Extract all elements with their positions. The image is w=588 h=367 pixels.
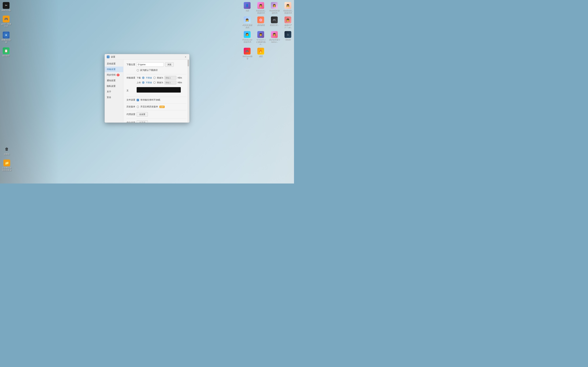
dialog-main-content: 下载位置 浏览 设为默认下载路径 传输速度 <box>123 60 189 123</box>
upload-limit-radio[interactable] <box>153 81 156 84</box>
sidebar-startup-label: 启动设置 <box>107 62 116 65</box>
icon-jinqu[interactable]: 🔥 禁区 <box>255 47 267 60</box>
icon-game-shortcut[interactable]: 🎮 game - 快捷方式 <box>0 15 12 28</box>
icon-koikatsu-label: KoikatsuS... 快捷方式 <box>255 9 266 14</box>
icon-recycle-label: 回收站 <box>4 153 10 155</box>
sidebar-about-label: 关于 <box>107 90 111 93</box>
upload-speed-input[interactable] <box>164 81 176 84</box>
icon-friends-label: Friends.exe 快捷方式 <box>242 38 253 43</box>
optimize-label: 优化速率 <box>127 121 135 123</box>
icon-aijianv[interactable]: 👧 AI少女·快捷方式 <box>241 16 253 29</box>
download-speed-input[interactable] <box>164 76 176 80</box>
dialog-app-icon: ⚙ <box>107 55 110 58</box>
sidebar-security[interactable]: 安全 <box>105 95 123 100</box>
upload-limit-label: 限速为 <box>157 81 163 84</box>
icon-aijianv-label: AI少女·快捷方式 <box>242 24 253 28</box>
file-settings-label: 文件设置 <box>127 99 135 101</box>
icon-capcut[interactable]: ✂ 剪映专业版 <box>0 1 12 12</box>
settings-dialog-overlay: ⚙ 设置 × 启动设置 传输设置 同步空间 <box>105 54 189 123</box>
icon-valkyrie[interactable]: 👧 ヴァルキィと悪魔の熱.e... <box>255 30 267 46</box>
icon-folder-bottom-label: 尘自禁区自动启动器.jp <box>1 167 12 171</box>
download-limit-label: 限速为 <box>157 76 163 79</box>
icon-jinqu-label: 禁区 <box>259 55 263 57</box>
icon-steam[interactable]: ♨ Steam <box>282 30 294 46</box>
desktop-icons-right: 👤 hs2 👧 KoikatsuS... 快捷方式 👩 RoomGirl 快捷方… <box>240 0 294 62</box>
masked-input-row: 文 <box>127 86 186 95</box>
sidebar-security-label: 安全 <box>107 96 111 99</box>
icon-steam-label: Steam <box>285 38 290 41</box>
download-unlimited-label: 不限速 <box>146 76 152 79</box>
download-unlimited-radio[interactable] <box>142 77 145 79</box>
icon-wegame-label: WeGame助手 <box>242 55 253 59</box>
sidebar-about[interactable]: 关于 <box>105 89 123 95</box>
icon-roomgirl-label: RoomGirl 快捷方式 <box>269 9 280 14</box>
default-path-row: 设为默认下载路径 <box>127 69 186 72</box>
icon-himitsu-label: 秘密のアト！.ex... <box>282 24 293 28</box>
icon-neeandji[interactable]: 👧 NeeAndJi... 快捷方式 <box>282 1 294 14</box>
icon-meishaonv[interactable]: 👧 美少女万量 crack.e... <box>268 30 280 46</box>
dialog-title-left: ⚙ 设置 <box>107 55 115 58</box>
icon-hs2-label: hs2 <box>246 9 249 12</box>
icon-roomgirl[interactable]: 👩 RoomGirl 快捷方式 <box>268 1 280 14</box>
upload-speed-row: 上传 不限速 限速为 KB/s <box>127 81 186 84</box>
optimize-row: 优化速率 去开启 <box>127 120 186 123</box>
sidebar-sync-label: 同步空间 <box>107 74 116 76</box>
icon-startup[interactable]: ● 病毒游启助器 <box>0 31 12 44</box>
no-sleep-checkbox[interactable]: ✓ <box>137 99 139 101</box>
masked-input-box[interactable] <box>137 87 181 93</box>
dialog-titlebar: ⚙ 设置 × <box>105 54 189 60</box>
icon-himitsu[interactable]: 👧 秘密のアト！.ex... <box>282 16 294 29</box>
divider-4 <box>127 110 186 110</box>
icon-qiandao-label: 签到助手 <box>2 55 10 57</box>
file-settings-row: 文件设置 ✓ 有传输任务时不休眠 <box>127 99 186 101</box>
icon-koikatsu[interactable]: 👧 KoikatsuS... 快捷方式 <box>255 1 267 14</box>
icon-qianli-label: 乾里江河... <box>270 24 279 26</box>
sidebar-transfer-label: 传输设置 <box>107 68 116 71</box>
history-checkbox[interactable] <box>137 106 139 108</box>
history-row: 历史版本 开启文档历史版本 SVIP <box>127 105 186 108</box>
sidebar-privacy-label: 隐私设置 <box>107 85 116 88</box>
optimize-goto-button[interactable]: 去开启 <box>137 120 148 123</box>
icon-hs2[interactable]: 👤 hs2 <box>241 1 253 14</box>
sync-new-badge: 新 <box>117 74 120 76</box>
sidebar-notify[interactable]: 通知设置 <box>105 78 123 83</box>
icon-folder-bottom[interactable]: 📁 尘自禁区自动启动器.jp <box>1 159 13 172</box>
browse-button[interactable]: 浏览 <box>165 62 174 67</box>
svip-badge: SVIP <box>159 106 165 108</box>
set-default-radio[interactable] <box>137 69 139 71</box>
icon-jiafenghua[interactable]: 🌸 家风耕花 <box>255 16 267 29</box>
download-path-input[interactable] <box>137 62 164 67</box>
settings-dialog: ⚙ 设置 × 启动设置 传输设置 同步空间 <box>105 54 189 123</box>
masked-label: 文 <box>127 89 135 92</box>
icon-valkyrie-label: ヴァルキィと悪魔の熱.e... <box>255 38 266 45</box>
icon-meishaonv-label: 美少女万量 crack.e... <box>269 38 280 43</box>
dialog-sidebar: 启动设置 传输设置 同步空间 新 通知设置 隐私设置 <box>105 60 123 123</box>
scrollbar-track[interactable] <box>188 60 189 123</box>
sidebar-sync[interactable]: 同步空间 新 <box>105 72 123 78</box>
icon-jiafenghua-label: 家风耕花 <box>257 24 265 26</box>
sidebar-startup[interactable]: 启动设置 <box>105 61 123 67</box>
download-limit-radio[interactable] <box>153 77 156 79</box>
transfer-speed-label: 传输速度 <box>127 76 135 79</box>
icon-qiandao[interactable]: 📋 签到助手 <box>0 47 12 58</box>
dialog-close-button[interactable]: × <box>184 55 187 58</box>
icon-friends[interactable]: 👩 Friends.exe 快捷方式 <box>241 30 253 46</box>
scrollbar-thumb[interactable] <box>188 60 189 67</box>
icon-capcut-label: 剪映专业版 <box>1 9 11 12</box>
divider-1 <box>127 74 186 74</box>
download-sub-label: 下载 <box>137 76 141 79</box>
enable-history-label: 开启文档历史版本 <box>140 105 158 108</box>
download-location-row: 下载位置 浏览 <box>127 62 186 67</box>
icon-recycle[interactable]: 🗑 回收站 <box>1 145 13 156</box>
download-kbs-label: KB/s <box>178 77 182 79</box>
proxy-label: 代理设置 <box>127 113 135 116</box>
proxy-goto-button[interactable]: 去设置 <box>137 112 148 117</box>
sidebar-transfer[interactable]: 传输设置 <box>105 67 123 72</box>
upload-unlimited-radio[interactable] <box>142 81 145 84</box>
icon-game-label: game - 快捷方式 <box>1 23 12 27</box>
desktop: ✂ 剪映专业版 🎮 game - 快捷方式 ● 病毒游启助器 📋 签到助手 <box>0 0 294 184</box>
icon-wegame[interactable]: 🎮 WeGame助手 <box>241 47 253 60</box>
download-speed-row: 传输速度 下载 不限速 限速为 KB/s <box>127 76 186 80</box>
sidebar-privacy[interactable]: 隐私设置 <box>105 83 123 89</box>
icon-qianli[interactable]: 🎮 乾里江河... <box>268 16 280 29</box>
